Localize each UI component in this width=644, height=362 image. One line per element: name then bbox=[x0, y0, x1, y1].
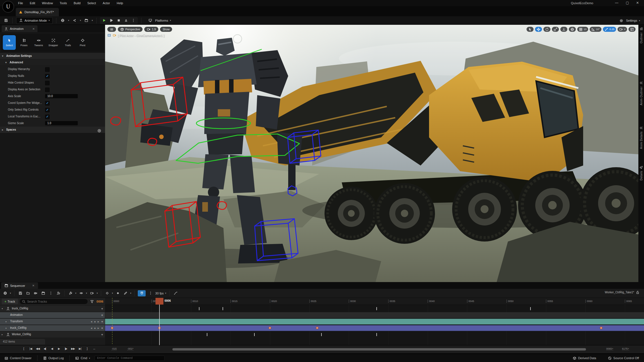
timeline-row-truck-ctrlrig[interactable] bbox=[105, 306, 644, 312]
add-space-icon[interactable] bbox=[96, 128, 102, 134]
play-button[interactable] bbox=[101, 17, 107, 24]
menu-help[interactable]: Help bbox=[113, 0, 126, 6]
value-field[interactable]: 1.0 bbox=[45, 121, 78, 125]
working-range-start[interactable]: -001* bbox=[127, 347, 134, 350]
tool-trails[interactable]: Trails bbox=[61, 35, 74, 50]
checkbox-checked[interactable]: ✓ bbox=[45, 101, 50, 106]
checkbox-checked[interactable]: ✓ bbox=[45, 115, 50, 119]
sequencer-timeline[interactable]: 0000000500100015002000250030003500400045… bbox=[105, 298, 644, 345]
output-log-button[interactable]: Output Log bbox=[41, 355, 66, 361]
restore-button[interactable]: ▢ bbox=[623, 0, 632, 6]
transport-bracket-in[interactable]: [ bbox=[21, 347, 26, 350]
playback-start-marker[interactable] bbox=[112, 298, 112, 345]
track-truck-ctrlrig[interactable]: ▾truck_CtrlRig+ bbox=[0, 306, 105, 312]
mode-selector-button[interactable]: Animation Mode ▾ bbox=[16, 17, 53, 24]
blueprints-icon[interactable] bbox=[72, 17, 78, 24]
expander-icon[interactable]: ▾ bbox=[2, 307, 3, 310]
play-options-icon[interactable] bbox=[130, 17, 137, 24]
rotate-tool[interactable] bbox=[543, 27, 550, 32]
eject-button[interactable] bbox=[123, 17, 129, 24]
track-truck-ctrlrig[interactable]: ▸truck_CtrlRig◀◆▶+ bbox=[0, 325, 105, 331]
next-key-icon[interactable]: ▶ bbox=[98, 321, 99, 323]
filter-icon[interactable] bbox=[89, 298, 95, 305]
expander-icon[interactable]: ▸ bbox=[6, 327, 7, 329]
menu-tools[interactable]: Tools bbox=[56, 0, 70, 6]
view-range-end[interactable]: 6175+ bbox=[622, 347, 629, 350]
save-icon[interactable] bbox=[3, 17, 9, 24]
snap-options-icon[interactable] bbox=[148, 290, 153, 296]
keyframe-tick[interactable] bbox=[207, 333, 207, 336]
unreal-engine-logo-icon[interactable]: U bbox=[2, 1, 14, 13]
keyframe-tick[interactable] bbox=[376, 307, 377, 310]
sequencer-more-icon[interactable] bbox=[48, 290, 54, 296]
menu-select[interactable]: Select bbox=[84, 0, 99, 6]
menu-build[interactable]: Build bbox=[70, 0, 84, 6]
transport-go-to-front[interactable]: |◀ bbox=[28, 347, 33, 350]
cinematics-icon[interactable] bbox=[83, 17, 90, 24]
expander-icon[interactable]: ▸ bbox=[2, 333, 3, 336]
keyframe-frame-62[interactable] bbox=[600, 327, 603, 329]
add-section-icon[interactable]: + bbox=[101, 326, 103, 330]
tool-pivot[interactable]: Pivot bbox=[76, 35, 89, 50]
minimize-button[interactable]: — bbox=[612, 0, 621, 6]
settings-button[interactable]: Settings ▾ bbox=[618, 17, 640, 24]
view-range-start[interactable]: -015 bbox=[112, 347, 117, 350]
close-icon[interactable]: ✕ bbox=[32, 284, 34, 287]
scale-snap-button[interactable]: 0.25 bbox=[603, 27, 616, 32]
keyframe-frame-26[interactable] bbox=[316, 327, 319, 329]
show-button[interactable]: Show bbox=[160, 27, 172, 32]
transport-step-forward[interactable]: |▶ bbox=[64, 347, 68, 350]
tool-poses[interactable]: Poses bbox=[17, 35, 30, 50]
rotation-snap-button[interactable]: 10° bbox=[590, 27, 602, 32]
keyframe-tick[interactable] bbox=[223, 307, 223, 310]
curve-editor-icon[interactable] bbox=[173, 290, 178, 296]
world-coord-button[interactable] bbox=[569, 27, 576, 32]
transport-jump-forward[interactable]: ▶▶ bbox=[71, 347, 75, 350]
advanced-header[interactable]: ▾ Advanced bbox=[0, 59, 105, 66]
transport-play-reverse[interactable]: ◀ bbox=[50, 347, 54, 350]
animation-panel-tab[interactable]: Animation ✕ bbox=[2, 25, 37, 32]
fps-selector[interactable]: 30 fps▾ bbox=[155, 290, 166, 296]
timeline-row-animation[interactable] bbox=[105, 312, 644, 318]
viewport-square-icon[interactable] bbox=[107, 33, 111, 37]
console-command-input[interactable] bbox=[95, 356, 165, 361]
stop-button[interactable] bbox=[116, 17, 122, 24]
content-drawer-button[interactable]: Content Drawer bbox=[2, 355, 34, 361]
right-tab-details[interactable]: Details bbox=[638, 166, 644, 180]
timeline-row-transform[interactable] bbox=[105, 319, 644, 325]
sequencer-settings-icon[interactable] bbox=[68, 290, 73, 296]
level-tab[interactable]: DemoMap_Fin_RVT* bbox=[16, 8, 59, 16]
menu-edit[interactable]: Edit bbox=[26, 0, 39, 6]
keyframe-icon[interactable] bbox=[104, 290, 110, 296]
camera-speed-button[interactable]: 4 bbox=[618, 27, 627, 32]
platforms-button[interactable]: Platforms ▾ bbox=[145, 17, 174, 24]
surface-snap-button[interactable] bbox=[560, 27, 567, 32]
sequencer-clapper-icon[interactable] bbox=[40, 290, 46, 296]
right-tab-anim-details[interactable]: Anim Details bbox=[638, 126, 644, 149]
transport-go-to-end[interactable]: ▶| bbox=[78, 347, 82, 350]
checkbox-unchecked[interactable] bbox=[45, 81, 50, 85]
track-search-input[interactable]: Search Tracks bbox=[20, 299, 88, 304]
next-key-icon[interactable]: ▶ bbox=[98, 327, 99, 329]
transport-loop[interactable]: ↔ bbox=[92, 347, 96, 350]
transport-jump-back[interactable]: ◀◀ bbox=[35, 347, 40, 350]
source-control-button[interactable]: Source Control Off bbox=[606, 355, 641, 361]
menu-file[interactable]: File bbox=[15, 0, 26, 6]
grid-snap-button[interactable]: 10 bbox=[577, 27, 588, 32]
add-key-icon[interactable] bbox=[115, 290, 121, 296]
timeline-row-truck-ctrlrig[interactable] bbox=[105, 325, 644, 331]
add-section-icon[interactable]: + bbox=[101, 307, 103, 311]
track-worker-ctrlrig[interactable]: ▸Worker_CtrlRig+ bbox=[0, 332, 105, 338]
checkbox-unchecked[interactable] bbox=[45, 88, 50, 92]
checkbox-checked[interactable]: ✓ bbox=[45, 74, 50, 79]
scale-tool[interactable] bbox=[552, 27, 559, 32]
spaces-header[interactable]: ▸ Spaces bbox=[0, 127, 105, 133]
move-tool[interactable] bbox=[535, 27, 542, 32]
maximize-viewport-button[interactable] bbox=[629, 27, 636, 32]
expander-icon[interactable]: ▸ bbox=[6, 320, 7, 323]
playhead-line[interactable] bbox=[159, 305, 160, 345]
perspective-button[interactable]: Perspective bbox=[118, 27, 143, 32]
derived-data-button[interactable]: Derived Data bbox=[570, 355, 598, 361]
checkbox-unchecked[interactable] bbox=[45, 67, 50, 72]
frame-skip-button[interactable] bbox=[108, 17, 115, 24]
